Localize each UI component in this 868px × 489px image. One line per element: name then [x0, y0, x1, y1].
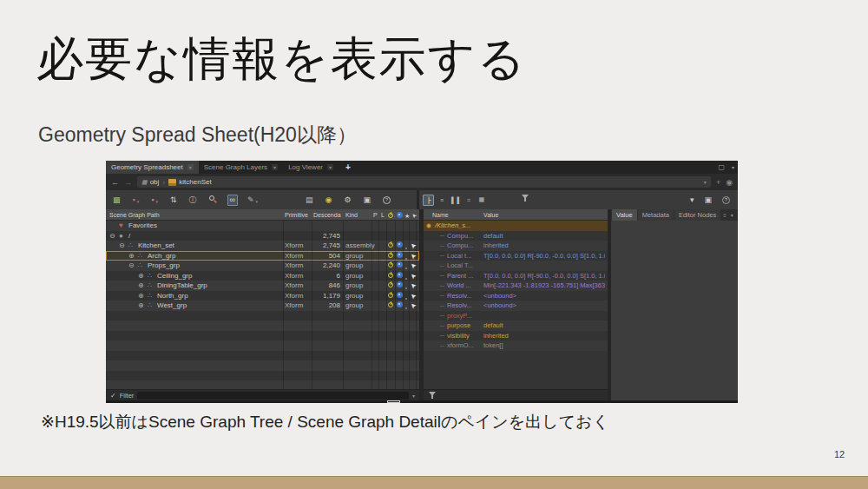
tree-row-kitchen-set[interactable]: ⊖∴Kitchen_setXform2,745assembly➤ [106, 241, 419, 251]
activation-flag-icon[interactable] [388, 281, 393, 291]
property-row-visibility[interactable]: visibilityinherited [424, 331, 608, 341]
current-frame-marker[interactable] [387, 400, 400, 403]
property-row-parent-[interactable]: Parent ...T[0.0, 0.0, 0.0] R[-90.0, -0.0… [424, 271, 608, 281]
activation-flag-icon[interactable] [388, 271, 393, 281]
collapse-icon[interactable]: ⊖ [109, 231, 115, 241]
snapshot-bag-icon[interactable]: ▣ [360, 195, 373, 206]
info-icon[interactable]: ⓘ [187, 195, 200, 206]
path-segment-obj[interactable]: ▦obj [141, 178, 159, 186]
visibility-flag-icon[interactable] [397, 291, 403, 301]
snapshot-bag-icon[interactable]: ▣ [701, 195, 714, 206]
view-list-button[interactable]: ≡ [436, 195, 447, 206]
filter-enable-check-icon[interactable]: ✓ [110, 392, 116, 400]
visibility-flag-icon[interactable] [397, 251, 403, 261]
help-icon[interactable]: ? [720, 195, 733, 206]
detail-tab-metadata[interactable]: Metadata [638, 209, 674, 221]
property-row--kitchen-s-[interactable]: /Kitchen_s... [424, 221, 608, 231]
display-flag-icon[interactable]: ◉ [323, 195, 335, 206]
pane-tab-log-viewer[interactable]: Log Viewer▾ [283, 161, 339, 174]
col-scene-graph-path[interactable]: Scene Graph Path [109, 211, 160, 219]
property-row-proxyp-[interactable]: proxyP... [424, 311, 608, 321]
detail-tab-value[interactable]: Value [612, 209, 637, 221]
collapse-icon[interactable]: ⊖ [128, 261, 135, 271]
tree-row-ceiling-grp[interactable]: ⊕∴Ceiling_grpXform6group➤ [106, 271, 419, 281]
forward-icon[interactable]: → [124, 178, 132, 187]
expand-icon[interactable]: ⊕ [138, 271, 144, 281]
tree-row-arch-grp[interactable]: ⊕∴Arch_grpXform504group➤ [106, 251, 419, 261]
property-row-purpose[interactable]: purposedefault [424, 320, 608, 331]
property-row-resolv-[interactable]: Resolv...<unbound> [424, 291, 608, 301]
pin-pane-icon[interactable]: + [716, 178, 720, 187]
tree-row-west-grp[interactable]: ⊕∴West_grpXform208group➤ [106, 301, 419, 311]
selectable-flag-icon[interactable]: ➤ [408, 280, 419, 291]
col-visibility-icon[interactable] [397, 212, 403, 220]
path-segment-kitchenset[interactable]: kitchenSet [168, 178, 211, 186]
back-icon[interactable]: ← [111, 178, 119, 187]
col-name[interactable]: Name [432, 211, 449, 219]
selectable-flag-icon[interactable]: ➤ [408, 260, 419, 271]
filter-sliders-icon[interactable]: ⇅ [168, 195, 180, 206]
pick-tool-icon[interactable]: ✎▾ [245, 195, 260, 206]
activation-flag-icon[interactable] [388, 291, 393, 301]
tree-row-diningtable-grp[interactable]: ⊕∴DiningTable_grpXform846group➤ [106, 281, 419, 291]
activation-flag-icon[interactable] [388, 241, 393, 251]
pane-menu-icon[interactable]: ▾ [728, 161, 738, 174]
inspect-magnifier-icon[interactable] [207, 194, 220, 206]
list-dropdown-icon[interactable]: ▾ [687, 195, 697, 206]
pane-tab-geometry-spreadsheet[interactable]: Geometry Spreadsheet▾ [106, 161, 199, 174]
visibility-flag-icon[interactable] [397, 301, 403, 311]
expand-icon[interactable]: ⊕ [138, 291, 144, 301]
property-row-compu-[interactable]: Compu...inherited [424, 241, 608, 251]
property-row-local-t-[interactable]: Local T... [424, 261, 608, 271]
visibility-flag-icon[interactable] [397, 241, 403, 251]
selectable-flag-icon[interactable]: ➤ [408, 300, 419, 311]
settings-gear-icon[interactable]: ⚙ [341, 195, 353, 206]
selectable-flag-icon[interactable]: ➤ [408, 240, 419, 251]
property-row-local-t-[interactable]: Local t...T[0.0, 0.0, 0.0] R[-90.0, -0.0… [424, 251, 608, 261]
property-row-xformo-[interactable]: xformO...token[] [424, 340, 608, 351]
view-rows-button[interactable]: = [463, 195, 474, 206]
col-descendants[interactable]: Descenda [313, 211, 341, 219]
view-table-button[interactable]: ▦ [476, 195, 487, 206]
expand-icon[interactable]: ⊕ [138, 281, 144, 291]
help-icon[interactable]: ? [380, 195, 393, 206]
property-row-compu-[interactable]: Compu...default [424, 231, 608, 241]
collapse-icon[interactable]: ⊖ [119, 241, 125, 251]
filter-funnel-icon[interactable] [522, 195, 529, 202]
col-activation-icon[interactable] [388, 212, 393, 220]
pane-maximize-icon[interactable]: ▢ [714, 161, 728, 174]
vertex-data-icon[interactable]: ▪▾ [148, 195, 161, 206]
view-split-button[interactable]: ▌▐ [449, 195, 461, 206]
col-kind[interactable]: Kind [345, 211, 358, 219]
tab-dropdown-icon[interactable]: ▾ [272, 164, 278, 170]
tab-dropdown-icon[interactable]: ▾ [327, 164, 333, 170]
activation-flag-icon[interactable] [388, 251, 393, 261]
path-dropdown-icon[interactable]: ▾ [704, 179, 707, 185]
property-row-world-[interactable]: World ...Min[-221.343 -1.81923 -165.751]… [424, 281, 608, 291]
filter-dropdown-icon[interactable]: ▾ [412, 393, 415, 399]
spreadsheet-mode-icon[interactable]: ▩ [110, 195, 123, 206]
detail-tab-menu-icon[interactable]: ▾ [729, 209, 735, 221]
tab-dropdown-icon[interactable]: ▾ [187, 164, 194, 170]
pane-tab-scene-graph-layers[interactable]: Scene Graph Layers▾ [199, 161, 283, 174]
activation-flag-icon[interactable] [388, 261, 393, 271]
col-primitive[interactable]: Primitive [285, 211, 308, 219]
tree-row-favorites[interactable]: ♥Favorites [106, 221, 419, 231]
detail-tab-list-icon[interactable]: ≡ [721, 209, 728, 221]
tree-row-north-grp[interactable]: ⊕∴North_grpXform1,179group➤ [106, 291, 419, 301]
props-funnel-icon[interactable] [429, 392, 436, 399]
follow-selection-icon[interactable]: ◉ [726, 178, 733, 187]
detail-tab-editor-nodes[interactable]: Editor Nodes [674, 209, 720, 221]
col-p[interactable]: P [373, 211, 378, 219]
filter-input[interactable] [137, 392, 409, 400]
col-value[interactable]: Value [483, 211, 498, 219]
view-tree-button[interactable]: ├ [423, 195, 434, 206]
new-tab-button[interactable]: + [339, 161, 358, 174]
expand-icon[interactable]: ⊕ [138, 301, 144, 311]
expand-icon[interactable]: ⊕ [128, 251, 135, 261]
visibility-flag-icon[interactable] [397, 281, 403, 291]
tree-row--[interactable]: ⊖●/2,745 [106, 231, 419, 241]
stats-panel-icon[interactable]: ▤ [303, 195, 316, 206]
path-field[interactable]: ▦obj›kitchenSet ▾ [137, 176, 711, 188]
visibility-flag-icon[interactable] [397, 271, 403, 281]
